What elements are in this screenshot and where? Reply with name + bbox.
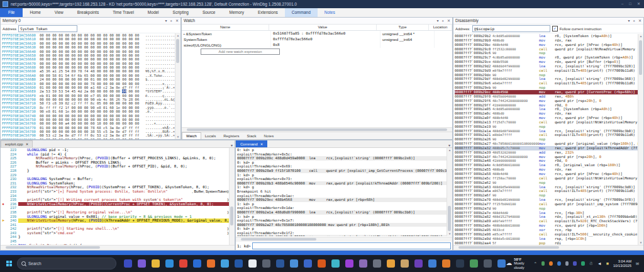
disassembly-row[interactable]: 00007ff7`009b2a13ff15d7c70000callqword p… bbox=[455, 120, 638, 125]
close-icon[interactable]: ✕ bbox=[638, 18, 641, 24]
pin-icon[interactable]: ⌖ bbox=[442, 18, 444, 24]
chevron-down-icon[interactable]: ▾ bbox=[437, 18, 439, 24]
tab-exploit-cpp[interactable]: exploit.cpp ✕ bbox=[1, 140, 33, 147]
disassembly-row[interactable]: 00007ff7`009b29df488d0d82990000learcx, [… bbox=[455, 77, 638, 81]
debug-dx-icon[interactable] bbox=[318, 259, 326, 268]
source-line-233[interactable]: 233 printf("str">"[+] Found System proce… bbox=[1, 190, 230, 194]
analytics-icon[interactable] bbox=[193, 259, 201, 268]
ribbon-tab-time-travel[interactable]: Time Travel bbox=[106, 8, 141, 17]
disassembly-row[interactable]: 00007ff7`009b2a3f48c744242000000000movqw… bbox=[455, 155, 638, 159]
disassembly-row[interactable]: 00007ff7`009b29ce488b5508movrdx, qword p… bbox=[455, 60, 638, 64]
disassembly-row[interactable]: 00007ff7`009b29b24c8d85a0000000lear8, [S… bbox=[455, 34, 638, 38]
disassembly-row[interactable]: 00007ff7`009b2a55488bd0movrdx, rax bbox=[455, 167, 638, 172]
disassembly-row[interactable]: 00007ff7`009b2a1990nop bbox=[455, 125, 638, 129]
disassembly-row[interactable]: 00007ff7`009b2a0f488b4d48movrcx, qword p… bbox=[455, 116, 638, 120]
disassembly-row[interactable]: 00007ff7`009b29ff41b900000000movr9d, 0 bbox=[455, 103, 638, 108]
close-icon[interactable]: ✕ bbox=[26, 141, 29, 147]
disassembly-row[interactable]: 00007ff7`009b2a89e80fe9ffffcallexploit!I… bbox=[455, 219, 638, 224]
taskbar-weather[interactable]: ☁ 58°FMostly cloudy bbox=[506, 258, 530, 270]
chevron-down-icon[interactable]: ▾ bbox=[628, 18, 630, 24]
disassembly-row[interactable]: 00007ff7`009b29f648c744242000000000movqw… bbox=[455, 99, 638, 103]
orange-box-icon[interactable] bbox=[442, 259, 450, 268]
source-hscrollbar[interactable] bbox=[1, 245, 235, 250]
tray-icon-green[interactable] bbox=[541, 261, 545, 266]
disassembly-row[interactable]: 00007ff7`009b29d2488d0d4f990000learcx, [… bbox=[455, 64, 638, 69]
tab-command[interactable]: Command ✕ bbox=[236, 140, 267, 147]
ribbon-tab-view[interactable]: View bbox=[48, 8, 70, 17]
watch-column-value[interactable]: Value bbox=[269, 25, 377, 30]
disassembly-row[interactable]: 00007ff7`009b29eb90nop bbox=[455, 86, 638, 90]
source-line-245[interactable]: 245 bbox=[1, 239, 230, 244]
command-hscrollbar[interactable] bbox=[236, 237, 452, 242]
disassembly-row[interactable]: 00007ff7`009b2a70488d0d81990000learcx, [… bbox=[455, 198, 638, 202]
chevron-down-icon[interactable]: ▾ bbox=[165, 18, 167, 24]
ribbon-tab-model[interactable]: Model bbox=[141, 8, 166, 17]
filter-icon[interactable]: ▾ bbox=[231, 143, 233, 147]
chrome-icon[interactable] bbox=[179, 259, 187, 268]
disasm-address-input[interactable] bbox=[472, 25, 550, 32]
disassembly-row[interactable]: 00007ff7`009b2a9d488da5c0010000learsp, [… bbox=[455, 237, 638, 241]
maximize-icon[interactable]: □ bbox=[629, 0, 631, 8]
disassembly-row[interactable]: 00007ff7`009b2a77ff15fb090100callqword p… bbox=[455, 202, 638, 207]
word-icon[interactable] bbox=[276, 259, 284, 268]
taskbar-clock[interactable]: 3:04 AM10/13/2025 bbox=[613, 259, 631, 268]
ribbon-tab-extensions[interactable]: Extensions bbox=[251, 8, 285, 17]
taskbar-search[interactable]: Search bbox=[17, 258, 116, 269]
source-line-223[interactable]: 223 ULONGLONG pid = -1; bbox=[1, 148, 230, 152]
close-icon[interactable]: ✕ bbox=[637, 0, 640, 8]
image-viewer-icon[interactable] bbox=[470, 259, 478, 268]
add-watch-expression-button[interactable]: Add new watch expression bbox=[201, 48, 280, 55]
disassembly-row[interactable]: 00007ff7`009b29c74c8b85a0000000movr8, qw… bbox=[455, 55, 638, 60]
close-icon[interactable]: ✕ bbox=[175, 18, 179, 24]
settings-gear-icon[interactable] bbox=[387, 259, 395, 268]
follow-current-instruction-checkbox[interactable]: ✓ bbox=[552, 26, 558, 31]
close-icon[interactable]: ✕ bbox=[260, 141, 264, 147]
notepad-plus-icon[interactable] bbox=[345, 259, 353, 268]
source-line-234[interactable]: 234 bbox=[1, 194, 230, 198]
disassembly-row[interactable]: 00007ff7`009b2a1a488d0d8f990000learcx, [… bbox=[455, 129, 638, 133]
disassembly-row[interactable]: 00007ff7`009b2a32488b05c7c70000movrax, q… bbox=[455, 146, 638, 150]
pen-icon[interactable] bbox=[401, 259, 409, 268]
disassembly-row[interactable]: 00007ff7`009b2a2748c78580010000010800000… bbox=[455, 142, 638, 146]
ribbon-tab-notes[interactable]: Notes bbox=[318, 8, 342, 17]
disassembly-row[interactable]: 00007ff7`009b29ec488b4568movrax, qword p… bbox=[455, 90, 638, 94]
disassembly-row[interactable]: 00007ff7`009b2a4841b900000000movr9d, 0 bbox=[455, 159, 638, 163]
disassembly-row[interactable]: 00007ff7`009b2a82488d1527940000leardx, [… bbox=[455, 215, 638, 219]
disassembly-row[interactable]: 00007ff7`009b29bc488b4d48movrcx, qword p… bbox=[455, 43, 638, 47]
pin-icon[interactable]: ⌖ bbox=[633, 18, 635, 24]
disassembly-row[interactable]: 00007ff7`009b2a39480532020000addrax, 232… bbox=[455, 150, 638, 155]
disassembly-row[interactable]: 00007ff7`009b2a4e4c8d8580010000lear8, [o… bbox=[455, 163, 638, 167]
source-line-236[interactable]: ●236 NtWriteVirtualMemory(hProc, (PVOID)… bbox=[1, 202, 230, 207]
disassembly-row[interactable]: 00007ff7`009b2a5cff158ac70000callqword p… bbox=[455, 176, 638, 181]
source-vscrollbar[interactable] bbox=[229, 148, 235, 246]
memory-vscrollbar[interactable]: ▲ ▼ bbox=[175, 33, 180, 139]
source-line-242[interactable]: 242 printf("str">"[!] Starting new shell… bbox=[1, 227, 230, 231]
tab-locals[interactable]: Locals bbox=[201, 133, 219, 139]
disassembly-row[interactable]: 00007ff7`009b29b9488bd0movrdx, rax bbox=[455, 38, 638, 43]
source-line-228[interactable]: 228 } bbox=[1, 169, 230, 173]
firefox-icon[interactable] bbox=[207, 259, 215, 268]
disassembly-row[interactable]: 00007ff7`009b2a0c488bd0movrdx, rax bbox=[455, 111, 638, 116]
minimize-icon[interactable]: – bbox=[621, 0, 623, 8]
disassembly-row[interactable]: 00007ff7`009b2a2690nop bbox=[455, 137, 638, 142]
chat-icon[interactable] bbox=[138, 259, 146, 268]
disassembly-row[interactable]: 00007ff7`009b2a054c8d85a0000000lear8, [S… bbox=[455, 107, 638, 111]
source-line-241[interactable]: 241 bbox=[1, 223, 230, 227]
tab-notes[interactable]: Notes bbox=[260, 133, 277, 139]
source-line-239[interactable]: 239 ULONGLONG original_value = 0x801; //… bbox=[1, 215, 230, 219]
tray-icon-orange[interactable] bbox=[549, 261, 553, 266]
document-icon[interactable] bbox=[248, 259, 257, 268]
filter-icon[interactable]: ▾ bbox=[448, 143, 450, 147]
watch-column-name[interactable]: Name bbox=[182, 25, 269, 30]
pin-icon[interactable]: ⌖ bbox=[170, 18, 172, 24]
wifi-icon[interactable]: ☃ bbox=[589, 261, 593, 266]
source-line-229[interactable]: 229 bbox=[1, 173, 230, 178]
disassembly-row[interactable]: 00007ff7`009b2a6ae867e7ffffcallexploit!I… bbox=[455, 189, 638, 193]
disassembly-row[interactable]: 00007ff7`009b29f04805b0040000addrax, 4B0… bbox=[455, 94, 638, 99]
source-line-232[interactable]: 232 NtReadVirtualMemory(hProc, (PVOID)(S… bbox=[1, 185, 230, 190]
source-line-225[interactable]: 225 NtReadVirtualMemory(hProc, (PVOID)(B… bbox=[1, 156, 230, 161]
disassembly-row[interactable]: 00007ff7`009b29c0ff1532c80000callqword p… bbox=[455, 47, 638, 52]
windbg-icon[interactable] bbox=[428, 259, 436, 268]
notification-icon[interactable]: ✉ bbox=[636, 261, 639, 266]
store-icon[interactable] bbox=[221, 259, 229, 268]
